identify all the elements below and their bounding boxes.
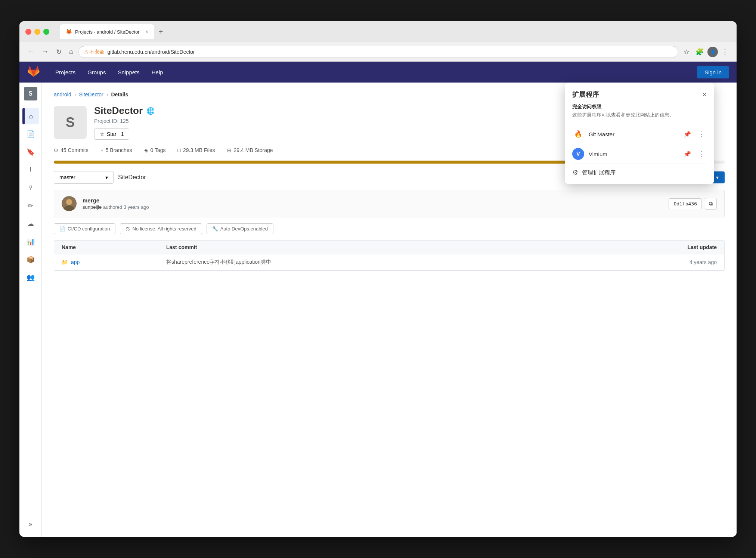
sign-in-button[interactable]: Sign in xyxy=(697,66,729,78)
breadcrumb-root[interactable]: android xyxy=(54,92,71,97)
sidebar-item-mergerequests[interactable]: ! xyxy=(22,162,39,178)
license-badge[interactable]: ⚖ No license. All rights reserved xyxy=(120,223,202,234)
tab-title: Projects · android / SiteDector xyxy=(75,29,140,35)
traffic-lights xyxy=(25,29,49,35)
sidebar-item-members[interactable]: 👥 xyxy=(22,269,39,286)
top-nav: Projects Groups Snippets Help Sign in xyxy=(19,62,737,83)
analytics-icon: 📊 xyxy=(27,238,35,246)
extension-popup: 扩展程序 × 完全访问权限 这些扩展程序可以查看和更改此网站上的信息。 🔥 Gi… xyxy=(565,83,714,184)
manage-extensions-link[interactable]: ⚙ 管理扩展程序 xyxy=(572,168,707,177)
files-stat[interactable]: □ 29.3 MB Files xyxy=(178,147,215,153)
nav-groups[interactable]: Groups xyxy=(81,62,112,83)
tags-icon: ◈ xyxy=(144,147,148,153)
minimize-window-button[interactable] xyxy=(34,29,40,35)
commits-icon: ⊙ xyxy=(54,147,58,153)
sidebar-more-button[interactable]: » xyxy=(22,516,39,532)
project-info: SiteDector 🌐 Project ID: 125 ☆ Star 1 xyxy=(94,105,155,140)
profile-avatar[interactable]: 👤 xyxy=(707,47,718,57)
storage-icon: ⊟ xyxy=(227,147,232,153)
sidebar-item-repository[interactable]: 📄 xyxy=(22,126,39,142)
sidebar-item-packages[interactable]: 📦 xyxy=(22,251,39,268)
folder-icon: 📁 xyxy=(62,259,68,265)
tab-close-button[interactable]: × xyxy=(146,29,148,34)
file-table-header: Name Last commit Last update xyxy=(54,241,724,254)
file-name-cell[interactable]: 📁 app xyxy=(62,259,166,265)
nav-help[interactable]: Help xyxy=(146,62,169,83)
menu-button[interactable]: ⋮ xyxy=(719,46,731,58)
bookmark-button[interactable]: ☆ xyxy=(681,46,692,58)
navigation-bar: ← → ↻ ⌂ ⚠ 不安全 gitlab.henu.edu.cn/android… xyxy=(19,42,737,62)
copy-hash-button[interactable]: ⧉ xyxy=(705,198,717,210)
commit-author-avatar xyxy=(62,196,77,211)
commit-box: merge sunpeijie authored 3 years ago 0d1… xyxy=(54,190,725,217)
nav-projects[interactable]: Projects xyxy=(49,62,81,83)
star-button[interactable]: ☆ Star 1 xyxy=(94,128,129,140)
sidebar-item-analytics[interactable]: 📊 xyxy=(22,233,39,250)
tab-bar: 🦊 Projects · android / SiteDector × + xyxy=(60,24,166,39)
tab-favicon: 🦊 xyxy=(66,29,72,35)
home-icon: ⌂ xyxy=(29,112,33,120)
commit-message[interactable]: merge xyxy=(83,197,663,204)
new-tab-button[interactable]: + xyxy=(156,26,166,38)
cicd-config-badge[interactable]: 📄 CI/CD configuration xyxy=(54,223,115,234)
reload-button[interactable]: ↻ xyxy=(54,46,64,58)
tags-stat[interactable]: ◈ 0 Tags xyxy=(144,147,166,153)
nav-snippets[interactable]: Snippets xyxy=(112,62,145,83)
gitmaster-more-button[interactable]: ⋮ xyxy=(697,128,707,140)
branches-stat[interactable]: ⑂ 5 Branches xyxy=(100,147,132,153)
popup-header: 扩展程序 × xyxy=(572,90,707,99)
sidebar-item-cicd[interactable]: ⑂ xyxy=(22,180,39,196)
vimium-more-button[interactable]: ⋮ xyxy=(697,148,707,159)
address-bar[interactable]: ⚠ 不安全 gitlab.henu.edu.cn/android/SiteDec… xyxy=(78,46,678,58)
app-layout: Projects Groups Snippets Help Sign in S … xyxy=(19,62,737,537)
file-date-cell: 4 years ago xyxy=(642,259,717,265)
storage-stat[interactable]: ⊟ 29.4 MB Storage xyxy=(227,147,273,153)
commit-hash-code[interactable]: 0d1fb436 xyxy=(669,198,702,209)
commit-author[interactable]: sunpeijie xyxy=(83,204,102,210)
gitlab-logo[interactable] xyxy=(27,65,40,79)
license-icon: ⚖ xyxy=(126,226,130,232)
extensions-button[interactable]: 🧩 xyxy=(693,46,706,58)
gitmaster-pin-button[interactable]: 📌 xyxy=(682,129,693,139)
table-row[interactable]: 📁 app 将sharepreference字符串移到application类中… xyxy=(54,254,724,270)
branch-selector[interactable]: master ▾ xyxy=(54,171,114,184)
sidebar-project-avatar[interactable]: S xyxy=(24,87,37,100)
extension-item-vimium: V Vimium 📌 ⋮ xyxy=(572,144,707,164)
maximize-window-button[interactable] xyxy=(43,29,49,35)
vimium-pin-button[interactable]: 📌 xyxy=(682,149,693,159)
autodevops-badge[interactable]: 🔧 Auto DevOps enabled xyxy=(207,223,273,234)
sidebar-left: S ⌂ 📄 🔖 ! ⑂ ✏ xyxy=(19,83,42,537)
vimium-name: Vimium xyxy=(589,151,678,157)
operations-icon: ☁ xyxy=(27,220,34,228)
cicd-icon: ⑂ xyxy=(28,184,32,192)
repo-path: SiteDector xyxy=(118,174,599,181)
active-tab[interactable]: 🦊 Projects · android / SiteDector × xyxy=(60,24,154,39)
sidebar-item-issues[interactable]: 🔖 xyxy=(22,144,39,160)
file-commit-cell: 将sharepreference字符串移到application类中 xyxy=(166,259,642,266)
visibility-icon: 🌐 xyxy=(146,107,155,115)
back-button[interactable]: ← xyxy=(25,46,37,57)
svg-point-1 xyxy=(66,199,72,205)
url-text: gitlab.henu.edu.cn/android/SiteDector xyxy=(108,49,195,55)
popup-close-button[interactable]: × xyxy=(702,90,707,99)
forward-button[interactable]: → xyxy=(40,46,51,57)
wiki-icon: ✏ xyxy=(28,202,33,210)
project-name: SiteDector 🌐 xyxy=(94,105,155,117)
home-button[interactable]: ⌂ xyxy=(67,46,75,57)
autodevops-icon: 🔧 xyxy=(212,226,218,232)
file-table: Name Last commit Last update 📁 app 将shar… xyxy=(54,240,725,271)
vimium-icon: V xyxy=(572,148,584,160)
sidebar-item-wiki[interactable]: ✏ xyxy=(22,198,39,214)
branch-name: master xyxy=(59,174,75,180)
nav-right-controls: ☆ 🧩 👤 ⋮ xyxy=(681,46,731,58)
breadcrumb-child[interactable]: SiteDector xyxy=(79,92,103,97)
sidebar-item-operations[interactable]: ☁ xyxy=(22,216,39,232)
close-window-button[interactable] xyxy=(25,29,31,35)
sidebar-item-home[interactable]: ⌂ xyxy=(22,108,39,124)
star-icon: ☆ xyxy=(100,131,105,137)
more-icon: » xyxy=(28,520,32,528)
popup-title: 扩展程序 xyxy=(572,90,599,99)
extension-item-gitmaster: 🔥 Git Master 📌 ⋮ xyxy=(572,124,707,144)
commits-stat[interactable]: ⊙ 45 Commits xyxy=(54,147,89,153)
gitmaster-name: Git Master xyxy=(589,131,678,137)
